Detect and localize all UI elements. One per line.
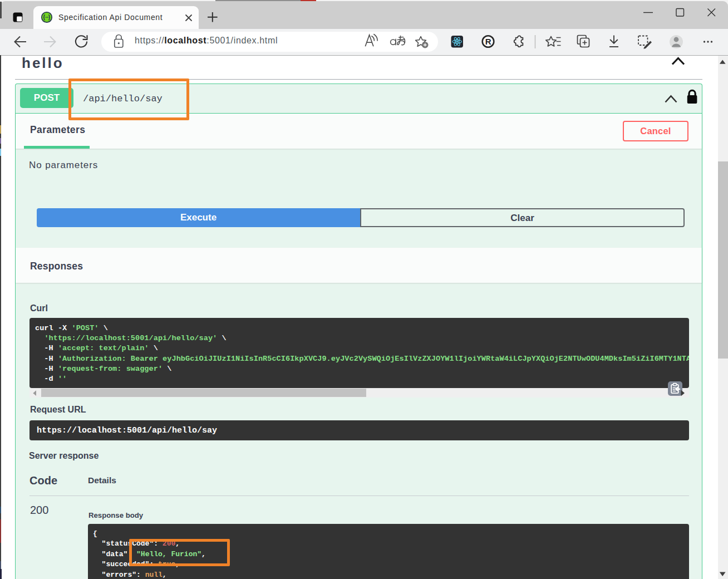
svg-text:R: R <box>485 37 491 46</box>
